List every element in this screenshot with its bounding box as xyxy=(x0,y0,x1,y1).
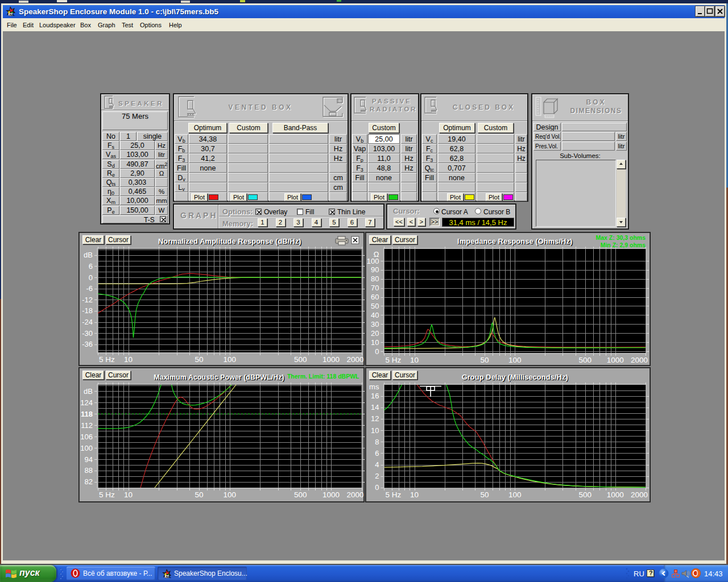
svg-text:5 Hz: 5 Hz xyxy=(99,490,115,499)
svg-text:Impedance Response (Ohms/Hz): Impedance Response (Ohms/Hz) xyxy=(457,237,572,246)
svg-text:Normalized Amplitude Response: Normalized Amplitude Response (dB/Hz) xyxy=(158,237,301,246)
svg-text:2000: 2000 xyxy=(631,356,648,364)
svg-text:60: 60 xyxy=(371,293,379,301)
svg-text:16: 16 xyxy=(371,392,379,400)
svg-text:100: 100 xyxy=(508,356,522,364)
svg-text:50: 50 xyxy=(480,490,489,499)
svg-text:88: 88 xyxy=(85,466,93,475)
svg-text:1000: 1000 xyxy=(607,356,624,364)
svg-text:80: 80 xyxy=(371,275,379,283)
svg-text:-24: -24 xyxy=(82,318,93,326)
svg-text:500: 500 xyxy=(578,490,592,499)
svg-text:-6: -6 xyxy=(86,284,93,293)
svg-text:4: 4 xyxy=(375,460,379,469)
svg-text:70: 70 xyxy=(371,284,379,292)
svg-text:8: 8 xyxy=(375,438,379,446)
svg-text:JBL: JBL xyxy=(9,13,15,16)
svg-text:100: 100 xyxy=(224,490,237,499)
svg-text:100: 100 xyxy=(224,355,237,364)
svg-text:Therm. Limit: 118 dBPWL: Therm. Limit: 118 dBPWL xyxy=(287,373,359,380)
svg-text:6: 6 xyxy=(375,449,379,458)
svg-text:0: 0 xyxy=(89,273,93,282)
svg-text:500: 500 xyxy=(294,355,307,364)
svg-text:-36: -36 xyxy=(82,340,93,348)
svg-text:118: 118 xyxy=(81,410,93,418)
svg-text:10: 10 xyxy=(371,426,379,435)
svg-text:2000: 2000 xyxy=(346,355,363,364)
svg-text:-30: -30 xyxy=(82,329,93,338)
svg-text:50: 50 xyxy=(195,490,204,499)
svg-text:30: 30 xyxy=(371,320,379,329)
svg-text:JBL: JBL xyxy=(165,575,171,579)
svg-text:112: 112 xyxy=(81,421,93,430)
svg-text:82: 82 xyxy=(85,477,93,486)
svg-text:1000: 1000 xyxy=(322,490,340,499)
svg-text:Maximum Acoustic Power (dBPWL/: Maximum Acoustic Power (dBPWL/Hz) xyxy=(154,373,284,381)
svg-text:500: 500 xyxy=(294,490,307,499)
svg-text:20: 20 xyxy=(371,329,379,338)
svg-text:100: 100 xyxy=(508,490,522,499)
svg-text:1000: 1000 xyxy=(322,355,340,364)
svg-text:5 Hz: 5 Hz xyxy=(99,355,115,364)
svg-text:50: 50 xyxy=(480,356,489,364)
svg-text:500: 500 xyxy=(578,356,592,364)
svg-text:Max Z: 30,3 ohms: Max Z: 30,3 ohms xyxy=(595,234,646,241)
svg-text:10: 10 xyxy=(410,356,419,364)
svg-text:Min Z: 2,9 ohms: Min Z: 2,9 ohms xyxy=(601,242,646,248)
svg-text:40: 40 xyxy=(371,311,379,319)
svg-text:2000: 2000 xyxy=(631,490,648,499)
svg-text:5 Hz: 5 Hz xyxy=(385,356,401,364)
svg-text:ms: ms xyxy=(369,383,379,391)
svg-text:94: 94 xyxy=(85,455,93,464)
svg-text:106: 106 xyxy=(80,433,93,441)
svg-text:100: 100 xyxy=(80,444,93,452)
svg-text:6: 6 xyxy=(89,262,93,271)
svg-text:2: 2 xyxy=(375,472,379,480)
svg-text:-18: -18 xyxy=(82,306,93,315)
svg-text:dB: dB xyxy=(84,251,93,259)
svg-text:10: 10 xyxy=(371,338,379,347)
svg-text:2000: 2000 xyxy=(346,490,363,499)
svg-text:1000: 1000 xyxy=(607,490,624,499)
svg-text:10: 10 xyxy=(124,355,133,364)
svg-text:0: 0 xyxy=(375,483,379,492)
svg-text:0: 0 xyxy=(375,347,379,356)
svg-text:124: 124 xyxy=(80,398,93,407)
svg-text:100: 100 xyxy=(367,257,379,265)
svg-text:10: 10 xyxy=(124,490,133,499)
svg-text:14: 14 xyxy=(371,403,379,411)
svg-text:50: 50 xyxy=(195,355,204,364)
svg-text:Group Delay (Milliseconds/Hz): Group Delay (Milliseconds/Hz) xyxy=(462,373,568,381)
svg-text:90: 90 xyxy=(371,265,379,274)
svg-text:50: 50 xyxy=(371,302,379,310)
svg-text:10: 10 xyxy=(410,490,419,499)
svg-text:-12: -12 xyxy=(82,296,93,304)
svg-text:12: 12 xyxy=(371,414,379,423)
svg-text:dB: dB xyxy=(84,387,93,396)
svg-text:5 Hz: 5 Hz xyxy=(385,490,401,499)
